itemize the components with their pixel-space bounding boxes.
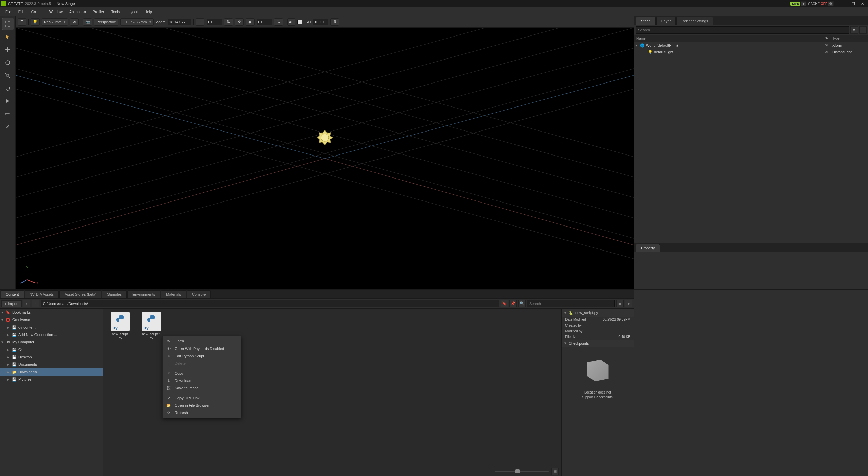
stepper2-icon[interactable]: ⇅: [274, 18, 283, 26]
context-menu-item[interactable]: ↗Copy URL Link: [163, 394, 241, 402]
pin-icon[interactable]: 📌: [509, 300, 517, 307]
menu-file[interactable]: File: [2, 8, 15, 15]
context-menu-item[interactable]: ⎘Copy: [163, 370, 241, 377]
lens-dropdown[interactable]: 17 - 35 mm▾: [120, 18, 154, 26]
live-indicator[interactable]: LIVE: [790, 2, 800, 6]
tool-move[interactable]: [2, 44, 14, 55]
ae-checkbox[interactable]: [297, 20, 302, 24]
content-tree-item[interactable]: ▸💾Documents: [0, 361, 103, 368]
zoom-input[interactable]: [168, 19, 191, 25]
viewport-3d[interactable]: Y X Z: [16, 28, 634, 289]
nav-forward-button[interactable]: ›: [32, 300, 39, 307]
stepper3-icon[interactable]: ⇅: [330, 18, 339, 26]
menu-layout[interactable]: Layout: [123, 8, 141, 15]
minimize-button[interactable]: ─: [840, 1, 849, 7]
stepper1-icon[interactable]: ⇅: [224, 18, 233, 26]
filter-icon[interactable]: ▼: [850, 26, 858, 34]
tool-scale[interactable]: [2, 70, 14, 81]
lightbulb-icon[interactable]: 💡: [31, 18, 40, 26]
content-tree-item[interactable]: ▾🔖Bookmarks: [0, 309, 103, 316]
tab-nvidia-assets[interactable]: NVIDIA Assets: [25, 290, 59, 298]
context-menu-item[interactable]: 🖼Save thumbnail: [163, 384, 241, 392]
tool-pointer[interactable]: [2, 31, 14, 43]
speed1-input[interactable]: [207, 19, 222, 25]
filter-content-icon[interactable]: ▼: [625, 300, 632, 307]
tab-environments[interactable]: Environments: [127, 290, 160, 298]
nav-back-button[interactable]: ‹: [23, 300, 30, 307]
bookmark-toggle-icon[interactable]: 🔖: [501, 300, 508, 307]
maximize-button[interactable]: ❐: [849, 1, 858, 7]
visibility-toggle[interactable]: 👁: [822, 43, 831, 47]
camera-icon[interactable]: 📷: [83, 18, 92, 26]
content-tree-item[interactable]: ▸💾C:: [0, 346, 103, 353]
tab-samples[interactable]: Samples: [102, 290, 127, 298]
tool-select-box[interactable]: [2, 18, 14, 30]
menu-create[interactable]: Create: [28, 8, 46, 15]
eye-icon[interactable]: 👁: [70, 18, 79, 26]
content-tree-item[interactable]: ▸💾Pictures: [0, 376, 103, 383]
path-input[interactable]: [41, 300, 499, 307]
speed2-input[interactable]: [257, 19, 272, 25]
tab-console[interactable]: Console: [187, 290, 211, 298]
chevron-down-icon[interactable]: ▾: [564, 311, 566, 315]
tab-asset-stores[interactable]: Asset Stores (beta): [59, 290, 101, 298]
viewport-menu-icon[interactable]: ☰: [18, 18, 26, 26]
menu-edit[interactable]: Edit: [15, 8, 28, 15]
content-tree-item[interactable]: ▸💾Add New Connection ...: [0, 331, 103, 338]
context-menu-item[interactable]: 👁Open With Payloads Disabled: [163, 345, 241, 352]
content-tree-item[interactable]: ▸📁Downloads: [0, 368, 103, 376]
tab-render-settings[interactable]: Render Settings: [676, 17, 713, 25]
search-icon[interactable]: 🔍: [518, 300, 526, 307]
camera-dropdown[interactable]: Perspective: [94, 18, 118, 26]
tab-layer[interactable]: Layer: [656, 17, 676, 25]
context-menu-item[interactable]: ⬇Download: [163, 377, 241, 384]
expand-icon[interactable]: ▾: [634, 43, 638, 48]
content-tree-item[interactable]: ▾🖥My Computer: [0, 338, 103, 346]
content-tree-item[interactable]: ▾⭕Omniverse: [0, 316, 103, 324]
default-light-icon[interactable]: [317, 130, 333, 145]
expand-icon[interactable]: ▸: [7, 333, 11, 337]
tool-measure[interactable]: [2, 108, 14, 120]
menu-profiler[interactable]: Profiler: [89, 8, 108, 15]
menu-help[interactable]: Help: [141, 8, 155, 15]
close-button[interactable]: ✕: [858, 1, 867, 7]
speed-icon[interactable]: ⤴: [196, 18, 204, 26]
content-tree-item[interactable]: ▸💾Desktop: [0, 353, 103, 361]
visibility-toggle[interactable]: 👁: [822, 50, 831, 54]
content-search-input[interactable]: [527, 300, 615, 307]
expand-icon[interactable]: ▾: [1, 310, 5, 315]
tool-snap[interactable]: [2, 82, 14, 94]
render-mode-dropdown[interactable]: Real-Time▾: [42, 18, 68, 26]
context-menu-item[interactable]: ✎Edit Python Script: [163, 352, 241, 360]
file-item[interactable]: py new_script2.py: [138, 312, 165, 340]
context-menu-item[interactable]: 👁Open: [163, 337, 241, 345]
context-menu-item[interactable]: ⟳Refresh: [163, 409, 241, 416]
tree-row-world[interactable]: ▾ 🌐 World (defaultPrim) 👁 Xform: [634, 42, 868, 49]
checkpoints-header[interactable]: ▾ Checkpoints: [562, 340, 634, 347]
import-button[interactable]: +Import: [1, 300, 22, 307]
expand-icon[interactable]: ▸: [7, 377, 11, 382]
tab-property[interactable]: Property: [636, 244, 660, 252]
tab-materials[interactable]: Materials: [161, 290, 186, 298]
aperture-icon[interactable]: ◉: [246, 18, 255, 26]
tool-play[interactable]: [2, 95, 14, 107]
live-dropdown-icon[interactable]: ▾: [801, 1, 806, 6]
expand-icon[interactable]: ▾: [1, 340, 5, 344]
tab-content[interactable]: Content: [1, 290, 24, 298]
expand-icon[interactable]: ▸: [7, 362, 11, 367]
stage-search-input[interactable]: [636, 26, 849, 34]
cache-settings-icon[interactable]: ⚙: [828, 1, 834, 6]
content-tree-item[interactable]: ▸💾ov-content: [0, 324, 103, 331]
thumbnail-zoom-slider[interactable]: [495, 471, 549, 472]
expand-icon[interactable]: ▸: [7, 348, 11, 352]
expand-icon[interactable]: ▸: [7, 355, 11, 359]
tree-row-defaultlight[interactable]: 💡 defaultLight 👁 DistantLight: [634, 49, 868, 55]
tool-rotate[interactable]: [2, 57, 14, 68]
iso-input[interactable]: [313, 19, 328, 25]
ae-label[interactable]: AE: [287, 18, 296, 26]
expand-icon[interactable]: ▾: [1, 318, 5, 322]
file-item[interactable]: py new_script.py: [107, 312, 134, 340]
menu-window[interactable]: Window: [46, 8, 66, 15]
menu-tools[interactable]: Tools: [108, 8, 123, 15]
expand-icon[interactable]: ▸: [7, 370, 11, 374]
